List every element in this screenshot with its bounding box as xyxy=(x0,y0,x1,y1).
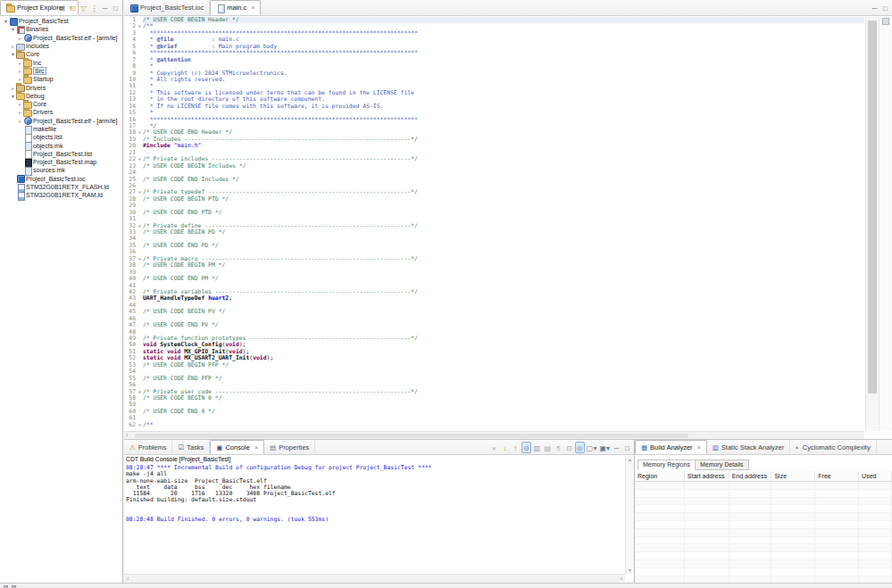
code-line-52[interactable]: 52static void MX_USART2_UART_Init(void); xyxy=(124,355,864,361)
column-header-size[interactable]: Size xyxy=(771,471,815,482)
tree-item-drivers[interactable]: ▸Drivers xyxy=(0,108,122,116)
maximize-icon[interactable]: □ xyxy=(622,442,632,453)
code-line-58[interactable]: 58/* USER CODE BEGIN 0 */ xyxy=(124,395,864,402)
tree-item-objects-mk[interactable]: objects.mk xyxy=(0,141,122,149)
expanded-arrow-icon[interactable]: ▾ xyxy=(10,51,16,57)
collapsed-arrow-icon[interactable]: ▸ xyxy=(17,60,23,66)
code-line-62[interactable]: 62⊖/** xyxy=(124,422,864,428)
code-line-34[interactable]: 34 xyxy=(124,236,864,242)
overview-ruler[interactable] xyxy=(879,17,892,431)
tree-item-core[interactable]: ▾Core xyxy=(0,50,122,58)
code-line-23[interactable]: 23/* USER CODE BEGIN Includes */ xyxy=(124,163,864,170)
minimize-icon[interactable]: ─ xyxy=(612,442,621,453)
code-line-35[interactable]: 35/* USER CODE END PD */ xyxy=(124,243,864,249)
code-line-54[interactable]: 54 xyxy=(124,369,864,375)
code-line-60[interactable]: 60/* USER CODE END 0 */ xyxy=(124,409,864,415)
tree-item-startup[interactable]: ▸Startup xyxy=(0,75,122,83)
collapsed-arrow-icon[interactable]: ▸ xyxy=(17,118,23,124)
fold-marker-icon[interactable]: ⊖ xyxy=(137,189,143,195)
tab-cyclomatic-complexity[interactable]: ◐ Cyclomatic Complexity xyxy=(790,440,876,454)
editor-vertical-scrollbar[interactable] xyxy=(865,17,879,431)
code-line-46[interactable]: 46 xyxy=(124,316,864,322)
fold-marker-icon[interactable]: ⊖ xyxy=(137,256,143,262)
column-header-end-address[interactable]: End address xyxy=(729,471,772,482)
tab-build-analyzer[interactable]: ▦ Build Analyzer × xyxy=(635,440,707,454)
column-header-free[interactable]: Free xyxy=(815,471,859,482)
close-icon[interactable]: × xyxy=(251,4,254,11)
code-line-28[interactable]: 28/* USER CODE BEGIN PTD */ xyxy=(124,196,864,203)
filter-icon[interactable]: ▽ xyxy=(79,2,88,13)
tab-console[interactable]: ▣ Console × xyxy=(210,440,264,454)
code-line-27[interactable]: 27⊖/* Private typedef ------------------… xyxy=(124,189,864,195)
tree-item-sources-mk[interactable]: sources.mk xyxy=(0,166,122,174)
close-icon[interactable]: × xyxy=(697,444,701,451)
tree-item-project-basictest-list[interactable]: Project_BasicTest.list xyxy=(0,150,122,158)
collapsed-arrow-icon[interactable]: ▸ xyxy=(17,68,23,74)
scrollbar-thumb[interactable] xyxy=(135,434,688,438)
scroll-lock-icon[interactable]: ▤ xyxy=(543,442,553,453)
collapsed-arrow-icon[interactable]: ▸ xyxy=(17,109,23,115)
pin-console-icon[interactable]: ⊙ xyxy=(521,442,531,453)
code-line-6[interactable]: 6 **************************************… xyxy=(124,50,864,56)
maximize-icon[interactable]: □ xyxy=(111,2,121,13)
code-line-43[interactable]: 43UART_HandleTypeDef huart2; xyxy=(124,295,864,302)
code-line-37[interactable]: 37⊖/* Private macro --------------------… xyxy=(124,256,864,262)
tree-item-stm32g0b1retx-ram-ld[interactable]: STM32G0B1RETX_RAM.ld xyxy=(0,191,122,199)
code-line-17[interactable]: 17 */ xyxy=(124,123,864,129)
tree-item-project-basictest[interactable]: ▾Project_BasicTest xyxy=(0,17,122,25)
terminate-icon[interactable]: × xyxy=(489,442,499,453)
code-line-57[interactable]: 57⊖/* Private user code ----------------… xyxy=(124,389,864,395)
fold-marker-icon[interactable]: ⊖ xyxy=(137,422,143,428)
tab-static-stack-analyzer[interactable]: ▥ Static Stack Analyzer xyxy=(707,440,791,454)
tab-tasks[interactable]: ☑ Tasks xyxy=(172,440,210,454)
collapsed-arrow-icon[interactable]: ▸ xyxy=(10,85,16,91)
collapsed-arrow-icon[interactable]: ▸ xyxy=(10,43,16,49)
code-line-10[interactable]: 10 * All rights reserved. xyxy=(124,77,864,83)
fold-marker-icon[interactable]: ⊖ xyxy=(137,223,143,229)
tree-item-objects-list[interactable]: objects.list xyxy=(0,133,122,141)
tree-item-makefile[interactable]: makefile xyxy=(0,125,122,133)
code-line-55[interactable]: 55/* USER CODE END PFP */ xyxy=(124,376,864,382)
link-console-icon[interactable]: ⊡ xyxy=(564,442,574,453)
open-console-icon[interactable]: ▣▾ xyxy=(598,442,611,453)
tree-item-drivers[interactable]: ▸Drivers xyxy=(0,83,122,91)
editor-horizontal-scrollbar[interactable]: ‹ xyxy=(124,431,864,439)
tab-problems[interactable]: ⚠ Problems xyxy=(124,440,172,454)
code-line-44[interactable]: 44 xyxy=(124,302,864,309)
word-wrap-icon[interactable]: ¶ xyxy=(554,442,563,453)
tree-item-core[interactable]: ▸Core xyxy=(0,100,122,108)
code-line-19[interactable]: 19/* Includes --------------------------… xyxy=(124,137,864,143)
code-line-53[interactable]: 53/* USER CODE BEGIN PFP */ xyxy=(124,362,864,369)
editor-tab-main-c[interactable]: main.c × xyxy=(210,0,261,15)
scroll-right-icon[interactable]: › xyxy=(621,575,622,583)
collapsed-arrow-icon[interactable]: ▸ xyxy=(17,101,23,107)
code-line-14[interactable]: 14 * If no LICENSE file comes with this … xyxy=(124,104,864,110)
tree-item-binaries[interactable]: ▾Binaries xyxy=(0,25,122,33)
code-line-7[interactable]: 7 * @attention xyxy=(124,57,864,63)
code-line-30[interactable]: 30/* USER CODE END PTD */ xyxy=(124,210,864,216)
code-line-42[interactable]: 42/* Private variables -----------------… xyxy=(124,289,864,295)
tree-item-project-basictest-map[interactable]: Project_BasicTest.map xyxy=(0,158,122,166)
show-console-on-stderr-icon[interactable]: ↑ xyxy=(511,442,521,453)
code-line-33[interactable]: 33/* USER CODE BEGIN PD */ xyxy=(124,229,864,236)
code-line-38[interactable]: 38/* USER CODE BEGIN PM */ xyxy=(124,262,864,269)
subtab-memory-regions[interactable]: Memory Regions xyxy=(638,460,696,470)
scroll-left-icon[interactable]: ‹ xyxy=(127,575,129,583)
expanded-arrow-icon[interactable]: ▾ xyxy=(10,93,16,99)
fold-marker-icon[interactable]: ⊖ xyxy=(137,389,143,395)
tree-item-inc[interactable]: ▸Inc xyxy=(0,58,122,66)
code-line-1[interactable]: 1/* USER CODE BEGIN Header */ xyxy=(124,17,864,23)
collapsed-arrow-icon[interactable]: ▸ xyxy=(17,35,23,41)
minimize-icon[interactable]: ─ xyxy=(100,2,110,13)
console-output[interactable]: 08:28:47 **** Incremental Build of confi… xyxy=(126,465,623,574)
tree-item-project-basictest-elf-arm-le-[interactable]: ▸Project_BasicTest.elf - [arm/le] xyxy=(0,117,122,125)
scrollbar-thumb[interactable] xyxy=(868,21,877,393)
fold-marker-icon[interactable]: ⊖ xyxy=(137,23,143,29)
column-header-used[interactable]: Used xyxy=(859,471,892,482)
subtab-memory-details[interactable]: Memory Details xyxy=(696,460,749,470)
code-line-45[interactable]: 45/* USER CODE BEGIN PV */ xyxy=(124,309,864,315)
tree-item-src[interactable]: ▸Src xyxy=(0,67,122,75)
maximize-icon[interactable]: □ xyxy=(880,2,890,13)
scroll-left-icon[interactable]: ‹ xyxy=(126,432,128,439)
code-line-32[interactable]: 32⊖/* Private define -------------------… xyxy=(124,223,864,229)
